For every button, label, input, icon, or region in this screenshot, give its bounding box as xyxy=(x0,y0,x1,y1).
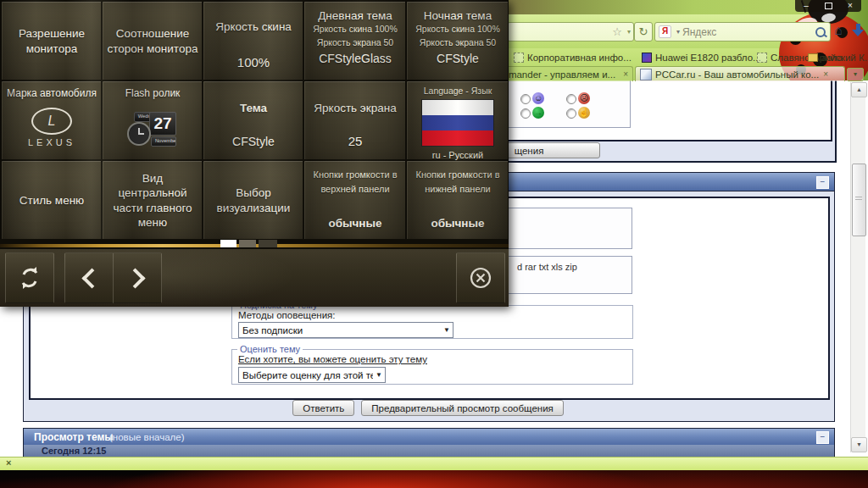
cell-value: CFStyle xyxy=(437,52,479,65)
config-cell-volume-top[interactable]: Кнопки громкости в верхней панели обычны… xyxy=(304,161,405,239)
cell-value: обычные xyxy=(431,217,484,230)
bookmark-favicon xyxy=(757,53,767,63)
config-cell-resolution[interactable]: Разрешение монитора xyxy=(2,2,101,80)
selected-option: Выберите оценку для этой темы xyxy=(239,370,373,380)
prev-button[interactable] xyxy=(64,252,114,303)
search-icon[interactable] xyxy=(815,27,826,37)
cell-subline: Яркость экрана 50 xyxy=(317,36,393,50)
search-box[interactable]: Я ▾ Яндекс xyxy=(654,22,831,42)
cycle-button[interactable] xyxy=(5,252,54,303)
cell-value: 100% xyxy=(237,55,270,69)
config-cell-skin-brightness[interactable]: Яркость скина 100% xyxy=(203,2,303,80)
tab-title: PCCar.ru - Ваш автомобильный ко... xyxy=(655,69,819,80)
date-separator-label: Сегодня 12:15 xyxy=(42,446,106,456)
restore-button[interactable] xyxy=(817,0,839,12)
smiley-arrow-icon[interactable]: → xyxy=(532,107,544,119)
config-cell-screen-brightness[interactable]: Яркость экрана 25 xyxy=(304,81,405,159)
smiley-angry-icon[interactable]: ☹ xyxy=(578,92,590,104)
cell-title: Language - Язык xyxy=(424,85,492,98)
post-icon-radio[interactable] xyxy=(566,108,576,119)
close-overlay-button[interactable] xyxy=(456,252,505,303)
chevron-down-icon: ▼ xyxy=(373,371,385,379)
button-label: Ответить xyxy=(303,403,344,413)
allowed-extensions-text: d rar txt xls zip xyxy=(517,262,577,272)
config-cell-theme[interactable]: Тема CFStyle xyxy=(203,81,303,159)
loop-icon xyxy=(15,263,44,292)
post-icon-radio[interactable] xyxy=(520,108,531,119)
screen: – × ☆ ▾ ↻ Я ▾ Яндекс ⌂ Корпоративная инф… xyxy=(0,0,868,488)
lexus-letter: L xyxy=(48,114,56,129)
bookmark-label: аэла xyxy=(821,53,843,63)
analog-clock-icon xyxy=(127,122,151,146)
tab-close-icon[interactable]: × xyxy=(819,69,832,79)
collapse-icon[interactable]: − xyxy=(816,176,829,189)
day-plate: 27 xyxy=(149,112,176,136)
selected-option: Без подписки xyxy=(239,325,441,336)
config-cell-volume-bottom[interactable]: Кнопки громкости в нижней панели обычные xyxy=(407,161,508,239)
russia-flag-icon xyxy=(421,99,494,147)
cell-title: Стиль меню xyxy=(19,193,85,208)
cell-title: Дневная тема xyxy=(318,8,392,23)
bookmark-star-icon[interactable]: ☆ xyxy=(612,25,622,38)
address-dropdown-icon[interactable]: ▾ xyxy=(627,28,631,36)
reply-button[interactable]: Ответить xyxy=(292,400,354,416)
chevron-down-icon: ▼ xyxy=(441,326,453,334)
smiley-glyph: ☝ xyxy=(579,108,589,117)
config-cell-night-theme[interactable]: Ночная тема Яркость скина 100% Яркость э… xyxy=(407,2,508,80)
collapse-icon[interactable]: − xyxy=(816,431,829,444)
scroll-down-button[interactable]: ▼ xyxy=(851,437,867,452)
smiley-thumb-icon[interactable]: ☝ xyxy=(578,107,590,119)
scroll-up-button[interactable]: ▲ xyxy=(851,82,867,97)
page-indicator[interactable] xyxy=(239,240,256,247)
cell-title: Яркость экрана xyxy=(314,101,396,115)
config-cell-day-theme[interactable]: Дневная тема Яркость скина 100% Яркость … xyxy=(304,2,405,80)
find-bar-close-icon[interactable]: × xyxy=(6,458,11,468)
cell-title: Марка автомобиля xyxy=(7,87,97,100)
page-scrollbar[interactable]: ▲ ▼ xyxy=(850,82,865,452)
post-icon-radio[interactable] xyxy=(566,94,576,104)
config-cell-language[interactable]: Language - Язык ru - Русский xyxy=(407,81,508,159)
topic-view-header: Просмотр темы (новые вначале) − xyxy=(23,428,835,446)
cell-title: Выбор визуализации xyxy=(204,186,303,215)
post-icon-radio[interactable] xyxy=(520,94,531,104)
list-all-tabs-button[interactable]: ▾ xyxy=(847,68,864,81)
reply-buttons-row: Ответить Предварительный просмотр сообще… xyxy=(24,400,832,417)
bookmark-item[interactable]: Корпоративная инфо... xyxy=(514,51,632,64)
page-indicator[interactable] xyxy=(259,240,277,247)
config-cell-visualization[interactable]: Выбор визуализации xyxy=(203,161,303,239)
button-label-fragment: щения xyxy=(515,146,544,156)
yandex-icon[interactable]: Я xyxy=(659,25,671,38)
preview-message-button[interactable]: Предварительный просмотр сообщения xyxy=(361,400,563,416)
restore-icon xyxy=(825,3,832,9)
smiley-happy-icon[interactable]: ☺ xyxy=(532,92,544,104)
tab-pccar-active[interactable]: PCCar.ru - Ваш автомобильный ко... × xyxy=(635,66,845,81)
minimize-button[interactable]: – xyxy=(795,0,817,12)
reload-button[interactable]: ↻ xyxy=(634,22,653,42)
config-cell-aspect-ratio[interactable]: Соотношение сторон монитора xyxy=(103,2,202,80)
search-input[interactable]: Яндекс xyxy=(682,26,815,38)
subscription-select[interactable]: Без подписки ▼ xyxy=(238,322,453,338)
next-button[interactable] xyxy=(113,252,162,303)
config-cell-flash-clip[interactable]: Flash ролик Wednesday 27 November xyxy=(103,81,202,159)
home-icon[interactable]: ⌂ xyxy=(834,23,843,38)
search-engine-dropdown-icon[interactable]: ▾ xyxy=(676,28,680,36)
scrollbar-thumb[interactable] xyxy=(852,164,866,236)
bookmark-item[interactable]: аэла xyxy=(808,51,843,64)
cell-title: Кнопки громкости в нижней панели xyxy=(408,168,508,196)
smiley-glyph: ☺ xyxy=(534,93,542,103)
config-cell-main-menu-center[interactable]: Вид центральной части главного меню xyxy=(103,161,202,239)
address-bar[interactable]: ☆ ▾ xyxy=(507,22,634,42)
config-cell-car-brand[interactable]: Марка автомобиля L LEXUS xyxy=(2,81,101,159)
download-icon[interactable] xyxy=(852,24,864,36)
close-window-button[interactable]: × xyxy=(839,0,861,12)
bookmark-favicon xyxy=(642,53,652,63)
tab-close-icon[interactable]: × xyxy=(619,69,632,79)
chevron-right-icon xyxy=(125,268,145,288)
config-cell-menu-style[interactable]: Стиль меню xyxy=(2,161,101,239)
desktop-wallpaper xyxy=(0,469,868,488)
flip-clock-widget: Wednesday 27 November xyxy=(127,107,178,147)
cell-value: CFStyle xyxy=(232,135,275,148)
page-indicator-active[interactable] xyxy=(220,240,236,247)
bookmark-item[interactable]: Huawei E1820 разбло... xyxy=(642,51,761,64)
rate-select[interactable]: Выберите оценку для этой темы ▼ xyxy=(238,367,386,383)
